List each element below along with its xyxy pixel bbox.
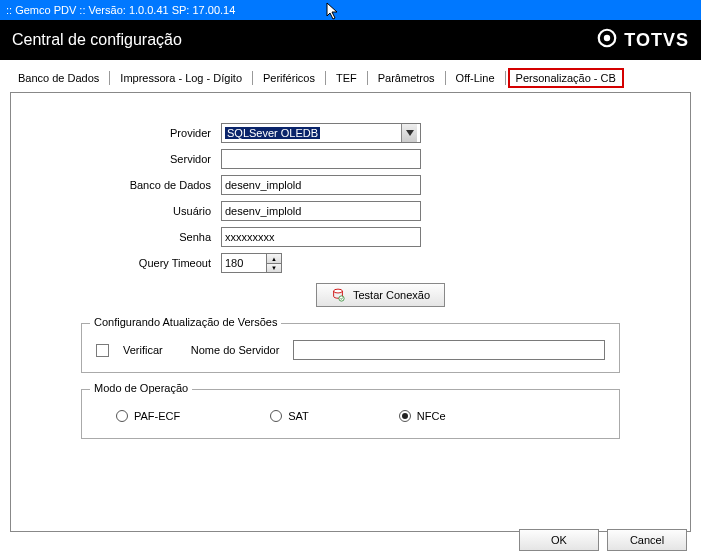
nome-servidor-input[interactable]: [293, 340, 605, 360]
tab-separator: [252, 71, 253, 85]
usuario-label: Usuário: [51, 205, 221, 217]
verificar-checkbox[interactable]: [96, 344, 109, 357]
database-test-icon: [331, 288, 345, 302]
timeout-stepper[interactable]: ▲ ▼: [221, 253, 282, 273]
window-titlebar: :: Gemco PDV :: Versão: 1.0.0.41 SP: 17.…: [0, 0, 701, 20]
nome-servidor-label: Nome do Servidor: [191, 344, 280, 356]
tab-off-line[interactable]: Off-Line: [448, 68, 503, 88]
spinner-up-icon[interactable]: ▲: [267, 254, 281, 263]
timeout-input[interactable]: [221, 253, 267, 273]
senha-label: Senha: [51, 231, 221, 243]
window-title: :: Gemco PDV :: Versão: 1.0.0.41 SP: 17.…: [6, 4, 235, 16]
dialog-buttons: OK Cancel: [519, 529, 687, 551]
tab-separator: [325, 71, 326, 85]
mode-group: Modo de Operação PAF-ECF SAT NFCe: [81, 389, 620, 439]
verificar-label: Verificar: [123, 344, 163, 356]
tab-separator: [367, 71, 368, 85]
servidor-label: Servidor: [51, 153, 221, 165]
radio-label: SAT: [288, 410, 309, 422]
timeout-label: Query Timeout: [51, 257, 221, 269]
mode-group-title: Modo de Operação: [90, 382, 192, 394]
radio-label: NFCe: [417, 410, 446, 422]
tab-perifericos[interactable]: Periféricos: [255, 68, 323, 88]
radio-sat[interactable]: SAT: [270, 410, 309, 422]
tab-impressora-log-digito[interactable]: Impressora - Log - Dígito: [112, 68, 250, 88]
senha-input[interactable]: [221, 227, 421, 247]
main-panel: Provider SQLSever OLEDB Servidor Banco d…: [10, 92, 691, 532]
svg-point-1: [604, 34, 610, 40]
cancel-button[interactable]: Cancel: [607, 529, 687, 551]
chevron-down-icon: [401, 124, 417, 142]
tab-strip: Banco de Dados Impressora - Log - Dígito…: [0, 60, 701, 88]
totvs-icon: [596, 27, 618, 54]
test-connection-label: Testar Conexão: [353, 289, 430, 301]
brand-logo: TOTVS: [596, 27, 689, 54]
test-connection-button[interactable]: Testar Conexão: [316, 283, 445, 307]
radio-icon: [270, 410, 282, 422]
usuario-input[interactable]: [221, 201, 421, 221]
version-group-title: Configurando Atualização de Versões: [90, 316, 281, 328]
radio-label: PAF-ECF: [134, 410, 180, 422]
radio-icon: [116, 410, 128, 422]
tab-parametros[interactable]: Parâmetros: [370, 68, 443, 88]
tab-tef[interactable]: TEF: [328, 68, 365, 88]
app-header: Central de configuração TOTVS: [0, 20, 701, 60]
tab-separator: [445, 71, 446, 85]
radio-icon: [399, 410, 411, 422]
form-area: Provider SQLSever OLEDB Servidor Banco d…: [11, 123, 690, 307]
provider-value: SQLSever OLEDB: [225, 127, 320, 139]
banco-label: Banco de Dados: [51, 179, 221, 191]
version-update-group: Configurando Atualização de Versões Veri…: [81, 323, 620, 373]
provider-label: Provider: [51, 127, 221, 139]
ok-button[interactable]: OK: [519, 529, 599, 551]
servidor-input[interactable]: [221, 149, 421, 169]
tab-banco-de-dados[interactable]: Banco de Dados: [10, 68, 107, 88]
provider-select[interactable]: SQLSever OLEDB: [221, 123, 421, 143]
radio-nfce[interactable]: NFCe: [399, 410, 446, 422]
radio-paf-ecf[interactable]: PAF-ECF: [116, 410, 180, 422]
brand-text: TOTVS: [624, 30, 689, 51]
banco-input[interactable]: [221, 175, 421, 195]
tab-personalizacao-cb[interactable]: Personalização - CB: [508, 68, 624, 88]
page-title: Central de configuração: [12, 31, 182, 49]
spinner-down-icon[interactable]: ▼: [267, 263, 281, 272]
svg-marker-2: [406, 130, 414, 136]
tab-separator: [109, 71, 110, 85]
tab-separator: [505, 71, 506, 85]
svg-point-3: [334, 289, 343, 293]
